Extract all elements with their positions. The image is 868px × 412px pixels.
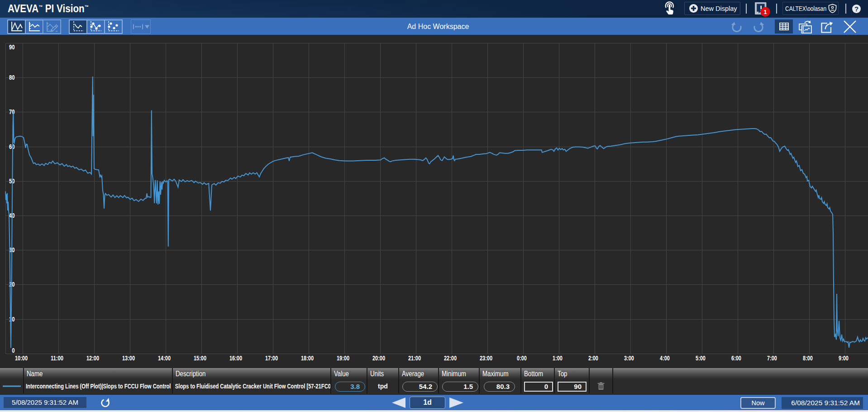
svg-text:17:00: 17:00 <box>265 355 278 362</box>
svg-text:13:00: 13:00 <box>122 355 135 362</box>
svg-text:16:00: 16:00 <box>229 355 242 362</box>
svg-text:0: 0 <box>12 347 14 354</box>
svg-text:3:00: 3:00 <box>624 355 634 362</box>
svg-text:22:00: 22:00 <box>444 355 457 362</box>
svg-text:8:00: 8:00 <box>803 355 813 362</box>
svg-text:12:00: 12:00 <box>86 355 99 362</box>
svg-text:5:00: 5:00 <box>696 355 706 362</box>
svg-text:21:00: 21:00 <box>408 355 421 362</box>
svg-text:60: 60 <box>9 143 15 150</box>
svg-text:?: ? <box>854 5 858 13</box>
svg-text:14:00: 14:00 <box>158 355 171 362</box>
svg-text:70: 70 <box>9 108 15 115</box>
svg-text:23:00: 23:00 <box>480 355 492 362</box>
svg-text:90: 90 <box>9 43 15 51</box>
svg-text:10: 10 <box>9 316 15 323</box>
svg-text:11:00: 11:00 <box>51 355 63 362</box>
svg-text:80: 80 <box>9 74 15 81</box>
svg-text:10:00: 10:00 <box>15 355 28 362</box>
svg-text:15:00: 15:00 <box>194 355 206 362</box>
svg-text:18:00: 18:00 <box>301 355 314 362</box>
svg-text:20:00: 20:00 <box>372 355 385 362</box>
svg-text:19:00: 19:00 <box>337 355 349 362</box>
svg-text:1:00: 1:00 <box>553 355 563 362</box>
svg-text:7:00: 7:00 <box>767 355 777 362</box>
svg-text:1: 1 <box>763 9 767 15</box>
svg-text:0:00: 0:00 <box>517 355 527 362</box>
svg-text:4:00: 4:00 <box>660 355 670 362</box>
svg-text:6:00: 6:00 <box>731 355 741 362</box>
svg-text:9:00: 9:00 <box>839 355 849 362</box>
svg-text:2:00: 2:00 <box>588 355 598 362</box>
